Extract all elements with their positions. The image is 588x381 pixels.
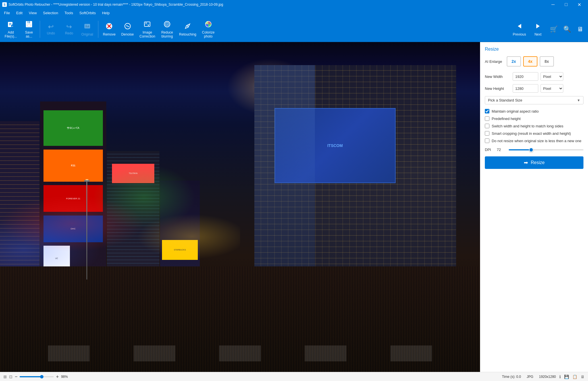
reduce-blurring-button[interactable]: Reduce blurring xyxy=(159,18,176,40)
save-as-button[interactable]: Save as... xyxy=(20,18,38,40)
undo-button[interactable]: ↩ Undo xyxy=(42,18,59,40)
new-height-unit-select[interactable]: Pixel % cm xyxy=(541,84,563,93)
cart-button[interactable]: 🛒 xyxy=(548,18,560,40)
switch-dimensions-row: Switch width and height to match long si… xyxy=(485,124,583,128)
status-bar: ⊞ ⊡ − + 98% Time (s): 0.0 JPG 1920x1280 … xyxy=(0,372,588,381)
denoise-button[interactable]: Denoise xyxy=(119,18,136,40)
remove-label: Remove xyxy=(103,32,116,36)
search-button[interactable]: 🔍 xyxy=(561,18,573,40)
app-icon: S xyxy=(2,2,7,7)
retouching-label: Retouching xyxy=(179,32,196,36)
smart-cropping-checkbox[interactable] xyxy=(485,131,489,136)
minimize-button[interactable]: ─ xyxy=(547,0,560,9)
switch-dimensions-label[interactable]: Switch width and height to match long si… xyxy=(492,124,563,128)
enlarge-2x-label: 2x xyxy=(512,59,516,64)
main-building: ITSCOM xyxy=(254,65,456,279)
image-correction-icon xyxy=(143,20,151,29)
resize-button-label: Resize xyxy=(531,160,545,165)
image-area: ITSCOM サロンバス F21 FOREVER 21 DHC UC xyxy=(0,42,480,372)
monitor-icon[interactable]: 🖥 xyxy=(581,374,585,379)
time-label: Time (s): 0.0 xyxy=(502,375,521,379)
toolbar: + Add File(s)... Save as... ↩ Undo ↪ Red… xyxy=(0,16,588,42)
smart-cropping-label[interactable]: Smart cropping (result in exact width an… xyxy=(492,131,571,136)
svg-marker-27 xyxy=(518,24,521,28)
no-resize-smaller-label[interactable]: Do not resize when original size is less… xyxy=(492,139,581,143)
maintain-aspect-checkbox[interactable] xyxy=(485,109,489,113)
new-height-input[interactable] xyxy=(513,84,538,93)
switch-dimensions-checkbox[interactable] xyxy=(485,124,489,128)
svg-point-25 xyxy=(187,25,188,27)
predefined-height-checkbox[interactable] xyxy=(485,116,489,121)
menu-edit[interactable]: Edit xyxy=(13,10,25,16)
maintain-aspect-row: Maintain original aspect ratio xyxy=(485,109,583,113)
maximize-button[interactable]: □ xyxy=(560,0,573,9)
image-correction-button[interactable]: Image Correction xyxy=(137,18,157,40)
no-resize-smaller-checkbox[interactable] xyxy=(485,138,489,143)
menu-help[interactable]: Help xyxy=(99,10,113,16)
enlarge-4x-label: 4x xyxy=(528,59,533,64)
next-label: Next xyxy=(535,32,542,36)
add-files-button[interactable]: + Add File(s)... xyxy=(2,18,19,40)
image-correction-label: Image Correction xyxy=(140,30,155,38)
zoom-out-icon[interactable]: − xyxy=(15,374,17,379)
save-icon[interactable]: 💾 xyxy=(564,374,569,379)
dpi-slider[interactable] xyxy=(509,149,583,150)
close-button[interactable]: ✕ xyxy=(573,0,586,9)
zoom-slider[interactable] xyxy=(20,376,54,377)
new-height-label: New Height xyxy=(485,86,510,91)
clipboard-icon[interactable]: 📋 xyxy=(572,374,577,379)
menu-bar: File Edit View Selection Tools SoftOrbit… xyxy=(0,9,588,16)
menu-view[interactable]: View xyxy=(26,10,40,16)
enlarge-2x-button[interactable]: 2x xyxy=(507,56,521,67)
dpi-row: DPI 72 xyxy=(485,148,583,152)
dpi-value: 72 xyxy=(497,148,505,152)
remove-button[interactable]: Remove xyxy=(101,18,118,40)
svg-rect-12 xyxy=(84,24,90,28)
retouching-icon xyxy=(184,22,192,31)
svg-point-24 xyxy=(167,24,168,25)
new-width-unit-select[interactable]: Pixel % cm xyxy=(541,72,563,81)
denoise-label: Denoise xyxy=(121,32,134,36)
undo-icon: ↩ xyxy=(48,23,54,30)
undo-label: Undo xyxy=(47,31,55,35)
svg-text:+: + xyxy=(12,25,13,28)
redo-button[interactable]: ↪ Redo xyxy=(61,18,78,40)
enlarge-8x-button[interactable]: 8x xyxy=(540,56,554,67)
standard-size-dropdown[interactable]: Pick a Standard Size ▼ xyxy=(485,96,583,104)
settings-button[interactable]: 🖥 xyxy=(574,18,586,40)
predefined-height-label[interactable]: Predefined height xyxy=(492,117,521,121)
new-width-row: New Width Pixel % cm xyxy=(485,72,583,81)
new-width-input[interactable] xyxy=(513,72,538,81)
right-panel: Resize AI Enlarge 2x 4x 8x New Width Pix… xyxy=(480,42,588,372)
original-button[interactable]: Original xyxy=(79,18,96,40)
dropdown-chevron-icon: ▼ xyxy=(577,98,580,102)
svg-point-21 xyxy=(148,25,149,26)
menu-softorbits[interactable]: SoftOrbits xyxy=(76,10,99,16)
svg-point-13 xyxy=(86,25,87,26)
colorize-photo-label: Colorize photo xyxy=(202,30,215,38)
retouching-button[interactable]: Retouching xyxy=(177,18,199,40)
resize-button[interactable]: ➡ Resize xyxy=(485,156,583,169)
enlarge-4x-button[interactable]: 4x xyxy=(523,56,537,67)
zoom-in-icon[interactable]: + xyxy=(56,374,59,379)
toolbar-separator-2 xyxy=(98,21,98,38)
menu-file[interactable]: File xyxy=(1,10,13,16)
zoom-actual-icon[interactable]: ⊡ xyxy=(9,374,13,379)
smart-cropping-row: Smart cropping (result in exact width an… xyxy=(485,131,583,136)
new-width-label: New Width xyxy=(485,74,510,79)
previous-label: Previous xyxy=(513,32,526,36)
denoise-icon xyxy=(124,22,132,31)
left-buildings: サロンバス F21 FOREVER 21 DHC UC TSUTAYA STAR… xyxy=(0,82,264,279)
info-icon[interactable]: ℹ xyxy=(559,374,561,379)
next-button[interactable]: Next xyxy=(529,18,547,40)
previous-button[interactable]: Previous xyxy=(510,18,528,40)
panel-title: Resize xyxy=(485,47,583,52)
svg-point-20 xyxy=(146,22,147,24)
colorize-photo-button[interactable]: Colorize photo xyxy=(200,18,217,40)
menu-tools[interactable]: Tools xyxy=(62,10,76,16)
menu-selection[interactable]: Selection xyxy=(40,10,61,16)
toolbar-right: Previous Next 🛒 🔍 🖥 xyxy=(510,18,586,40)
original-icon xyxy=(83,22,91,31)
zoom-fit-icon[interactable]: ⊞ xyxy=(3,374,7,379)
maintain-aspect-label[interactable]: Maintain original aspect ratio xyxy=(492,109,539,113)
